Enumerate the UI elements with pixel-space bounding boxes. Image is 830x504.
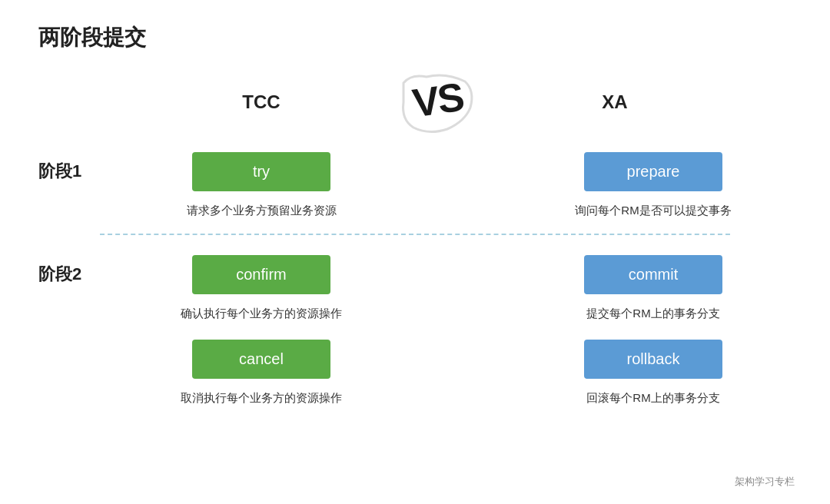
watermark: 架构学习专栏	[730, 473, 799, 490]
cancel-button: cancel	[192, 340, 330, 379]
columns-header: TCC VS XA	[38, 68, 792, 137]
commit-button: commit	[584, 255, 722, 294]
phase1-xa-col: prepare 询问每个RM是否可以提交事务	[538, 152, 769, 218]
phase2-row: 阶段2 confirm 确认执行每个业务方的资源操作 cancel 取消执行每个…	[38, 247, 792, 413]
vs-header: VS	[392, 68, 484, 137]
phase1-columns: try 请求多个业务方预留业务资源 prepare 询问每个RM是否可以提交事务	[115, 152, 792, 218]
tcc-header: TCC	[146, 91, 377, 113]
vs-icon: VS	[400, 68, 476, 137]
xa-header: XA	[500, 91, 730, 113]
rollback-button: rollback	[584, 340, 722, 379]
phase2-commit-desc: 提交每个RM上的事务分支	[586, 307, 719, 321]
phase1-tcc-col: try 请求多个业务方预留业务资源	[146, 152, 377, 218]
confirm-button: confirm	[192, 255, 330, 294]
svg-text:VS: VS	[410, 75, 466, 126]
phase2-cancel-desc: 取消执行每个业务方的资源操作	[181, 391, 342, 406]
try-button: try	[192, 152, 330, 191]
phase2-rollback-desc: 回滚每个RM上的事务分支	[586, 391, 719, 406]
phase-divider	[100, 234, 730, 235]
phase2-confirm-desc: 确认执行每个业务方的资源操作	[181, 307, 342, 321]
page-title: 两阶段提交	[38, 23, 792, 52]
page-container: 两阶段提交 TCC VS XA 阶段1 try 请求多个业务方预留业务资源	[0, 0, 830, 504]
phase2-tcc-col: confirm 确认执行每个业务方的资源操作 cancel 取消执行每个业务方的…	[146, 255, 377, 406]
phase1-row: 阶段1 try 请求多个业务方预留业务资源 prepare 询问每个RM是否可以…	[38, 144, 792, 226]
phase1-tcc-desc: 请求多个业务方预留业务资源	[187, 204, 337, 218]
prepare-button: prepare	[584, 152, 722, 191]
phase2-xa-col: commit 提交每个RM上的事务分支 rollback 回滚每个RM上的事务分…	[538, 255, 769, 406]
phase2-columns: confirm 确认执行每个业务方的资源操作 cancel 取消执行每个业务方的…	[115, 255, 792, 406]
phase1-xa-desc: 询问每个RM是否可以提交事务	[575, 204, 731, 218]
phase2-label: 阶段2	[38, 255, 115, 286]
phase1-label: 阶段1	[38, 152, 115, 183]
